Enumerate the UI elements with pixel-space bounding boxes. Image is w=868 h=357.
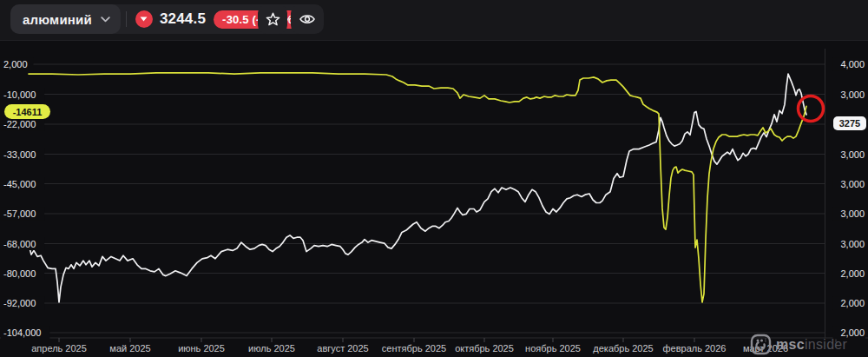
price-white-line [29, 74, 806, 302]
month-label: май 2025 [109, 343, 150, 354]
left-axis-label: -57,000 [3, 208, 36, 219]
left-axis-label: -92,000 [3, 298, 36, 308]
left-axis-label: -104,000 [3, 327, 41, 338]
header: алюминий 3244.5 -30.5 (-0.93%) [0, 0, 868, 41]
right-axis-label: 4,000 [840, 59, 865, 69]
left-axis-labels: 2,000-10,000-22,000-33,000-45,000-57,000… [1, 58, 49, 340]
right-axis-label: 2,000 [840, 268, 865, 279]
chevron-down-icon [101, 17, 110, 23]
star-icon [266, 12, 280, 26]
chart-canvas[interactable]: апрель 2025май 2025июнь 2025июль 2025авг… [0, 40, 868, 357]
right-axis-labels: 4,0003,0003,0003,0003,0003,0003,0002,000… [833, 58, 866, 340]
right-axis-label: 3,000 [840, 179, 865, 189]
left-axis-label: -45,000 [3, 179, 36, 189]
price-down-icon [135, 10, 153, 28]
eye-icon [299, 13, 316, 25]
month-label: август 2025 [317, 343, 368, 354]
month-label: сентябрь 2025 [382, 343, 446, 354]
month-label: февраль 2026 [663, 343, 727, 354]
mscinsider-logo-icon [750, 334, 772, 355]
right-axis-label: 2,000 [840, 298, 865, 308]
trading-widget: алюминий 3244.5 -30.5 (-0.93%) [0, 0, 868, 357]
left-axis-label: -22,000 [3, 119, 36, 129]
white-series-value-badge: 3275 [833, 116, 866, 130]
month-label: июнь 2025 [178, 343, 225, 354]
yellow-series-value-badge: -14611 [4, 104, 50, 119]
watermark: msc insider [750, 334, 847, 355]
favorite-button[interactable] [258, 4, 287, 34]
instrument-dropdown[interactable]: алюминий [10, 4, 121, 34]
instrument-name: алюминий [23, 12, 92, 27]
highlight-circle-annotation [799, 96, 824, 122]
divider [126, 11, 127, 27]
month-label: апрель 2025 [31, 343, 87, 354]
right-axis-label: 3,000 [840, 239, 865, 249]
watch-button[interactable] [291, 4, 324, 34]
left-axis-label: -10,000 [3, 89, 36, 100]
month-ticks: апрель 2025май 2025июнь 2025июль 2025авг… [31, 338, 836, 354]
month-label: ноябрь 2025 [525, 343, 581, 354]
left-axis-label: 2,000 [3, 59, 28, 69]
right-axis-label: 3,000 [840, 89, 865, 100]
left-axis-label: -33,000 [3, 149, 36, 160]
last-price: 3244.5 [160, 10, 206, 28]
right-axis-label: 3,000 [840, 208, 865, 219]
watermark-bold: msc [776, 337, 805, 353]
month-label: декабрь 2025 [593, 343, 653, 354]
net-position-yellow-line [29, 73, 806, 302]
left-axis-label: -68,000 [3, 239, 36, 249]
month-label: июль 2025 [248, 343, 295, 354]
month-label: октябрь 2025 [455, 343, 514, 354]
right-axis-label: 3,000 [840, 149, 865, 160]
price-chart[interactable]: апрель 2025май 2025июнь 2025июль 2025авг… [0, 40, 868, 357]
watermark-light: insider [805, 337, 847, 353]
left-axis-label: -80,000 [3, 268, 36, 279]
